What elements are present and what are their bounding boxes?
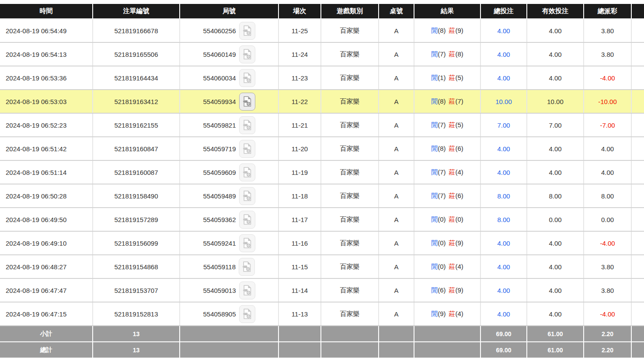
round-cell: 554059719 bbox=[180, 137, 278, 160]
subtotal-label: 小計 bbox=[0, 326, 93, 342]
payout-cell: -4.00 bbox=[584, 302, 631, 326]
video-replay-button[interactable] bbox=[239, 234, 255, 252]
total-bet-cell[interactable]: 4.00 bbox=[480, 302, 527, 326]
player-result: 閒 bbox=[431, 50, 438, 58]
bet-id-cell: 521819156099 bbox=[93, 231, 180, 255]
video-file-icon bbox=[242, 143, 252, 154]
banker-result: 莊 bbox=[449, 263, 456, 270]
session-cell: 11-24 bbox=[278, 42, 321, 66]
table-no-cell: A bbox=[379, 42, 414, 66]
table-row[interactable]: 2024-08-19 06:53:36 521819164434 5540600… bbox=[0, 66, 644, 90]
table-row[interactable]: 2024-08-19 06:53:03 521819163412 5540599… bbox=[0, 90, 644, 113]
total-bet-cell[interactable]: 10.00 bbox=[480, 90, 527, 113]
table-row[interactable]: 2024-08-19 06:48:27 521819154868 5540591… bbox=[0, 255, 644, 278]
valid-bet-cell: 7.00 bbox=[527, 113, 584, 137]
game-type-cell: 百家樂 bbox=[321, 66, 379, 90]
table-no-cell: A bbox=[379, 231, 414, 255]
total-bet-cell[interactable]: 4.00 bbox=[480, 66, 527, 90]
col-header-round-id: 局號 bbox=[180, 4, 278, 19]
video-replay-button[interactable] bbox=[239, 116, 255, 134]
col-header-time: 時間 bbox=[0, 4, 93, 19]
cutoff-cell bbox=[631, 113, 644, 137]
bet-id-cell: 521819162155 bbox=[93, 113, 180, 137]
video-replay-button[interactable] bbox=[239, 258, 255, 276]
video-replay-button[interactable] bbox=[239, 282, 255, 299]
video-replay-button[interactable] bbox=[239, 305, 255, 323]
valid-bet-cell: 4.00 bbox=[527, 42, 584, 66]
table-row[interactable]: 2024-08-19 06:54:13 521819165506 5540601… bbox=[0, 42, 644, 66]
game-type-cell: 百家樂 bbox=[321, 19, 379, 42]
payout-cell: -10.00 bbox=[584, 90, 631, 113]
valid-bet-cell: 0.00 bbox=[527, 208, 584, 231]
total-bet-cell[interactable]: 8.00 bbox=[480, 184, 527, 208]
game-type-cell: 百家樂 bbox=[321, 184, 379, 208]
video-replay-button[interactable] bbox=[239, 163, 255, 181]
video-replay-button[interactable] bbox=[239, 93, 255, 111]
bet-id-cell: 521819154868 bbox=[93, 255, 180, 278]
game-type-cell: 百家樂 bbox=[321, 160, 379, 184]
payout-cell: 3.80 bbox=[584, 278, 631, 302]
header-row: 時間 注單編號 局號 場次 遊戲類別 桌號 結果 總投注 有效投注 總派彩 bbox=[0, 4, 644, 19]
game-type-cell: 百家樂 bbox=[321, 255, 379, 278]
game-type-cell: 百家樂 bbox=[321, 208, 379, 231]
payout-cell: 3.80 bbox=[584, 255, 631, 278]
round-id: 554059013 bbox=[203, 287, 236, 294]
result-cell: 閒(7)莊(6) bbox=[414, 184, 480, 208]
total-bet-cell[interactable]: 4.00 bbox=[480, 278, 527, 302]
video-file-icon bbox=[242, 261, 251, 272]
video-replay-button[interactable] bbox=[239, 187, 255, 205]
video-replay-button[interactable] bbox=[239, 140, 255, 158]
total-bet-cell[interactable]: 4.00 bbox=[480, 255, 527, 278]
player-result: 閒 bbox=[431, 97, 438, 105]
total-bet-cell[interactable]: 4.00 bbox=[480, 19, 527, 42]
table-row[interactable]: 2024-08-19 06:52:23 521819162155 5540598… bbox=[0, 113, 644, 137]
result-cell: 閒(7)莊(8) bbox=[414, 42, 480, 66]
result-cell: 閒(0)莊(0) bbox=[414, 208, 480, 231]
payout-cell: 8.00 bbox=[584, 184, 631, 208]
video-file-icon bbox=[242, 214, 252, 225]
total-bet-cell[interactable]: 7.00 bbox=[480, 113, 527, 137]
table-row[interactable]: 2024-08-19 06:54:49 521819166678 5540602… bbox=[0, 19, 644, 42]
video-file-icon bbox=[242, 167, 252, 178]
time-cell: 2024-08-19 06:51:14 bbox=[0, 160, 93, 184]
bet-id-cell: 521819164434 bbox=[93, 66, 180, 90]
round-id: 554060149 bbox=[203, 51, 236, 58]
result-cell: 閒(8)莊(7) bbox=[414, 90, 480, 113]
video-replay-button[interactable] bbox=[239, 211, 255, 229]
video-file-icon bbox=[242, 96, 252, 107]
total-bet-cell[interactable]: 8.00 bbox=[480, 208, 527, 231]
time-cell: 2024-08-19 06:49:50 bbox=[0, 208, 93, 231]
table-row[interactable]: 2024-08-19 06:51:14 521819160087 5540596… bbox=[0, 160, 644, 184]
total-bet-cell[interactable]: 4.00 bbox=[480, 137, 527, 160]
table-row[interactable]: 2024-08-19 06:47:15 521819152813 5540589… bbox=[0, 302, 644, 326]
table-row[interactable]: 2024-08-19 06:51:42 521819160847 5540597… bbox=[0, 137, 644, 160]
valid-bet-cell: 4.00 bbox=[527, 302, 584, 326]
table-row[interactable]: 2024-08-19 06:50:28 521819158490 5540594… bbox=[0, 184, 644, 208]
video-replay-button[interactable] bbox=[239, 45, 255, 63]
bet-id-cell: 521819153707 bbox=[93, 278, 180, 302]
time-cell: 2024-08-19 06:50:28 bbox=[0, 184, 93, 208]
bet-history-table-container: 時間 注單編號 局號 場次 遊戲類別 桌號 結果 總投注 有效投注 總派彩 20… bbox=[0, 0, 644, 358]
table-row[interactable]: 2024-08-19 06:49:50 521819157289 5540593… bbox=[0, 208, 644, 231]
game-type-cell: 百家樂 bbox=[321, 42, 379, 66]
video-replay-button[interactable] bbox=[239, 22, 255, 40]
round-cell: 554059013 bbox=[180, 278, 278, 302]
result-cell: 閒(8)莊(6) bbox=[414, 137, 480, 160]
table-row[interactable]: 2024-08-19 06:49:10 521819156099 5540592… bbox=[0, 231, 644, 255]
total-bet-cell[interactable]: 4.00 bbox=[480, 42, 527, 66]
time-cell: 2024-08-19 06:54:49 bbox=[0, 19, 93, 42]
total-bet-cell[interactable]: 4.00 bbox=[480, 231, 527, 255]
table-row[interactable]: 2024-08-19 06:47:47 521819153707 5540590… bbox=[0, 278, 644, 302]
payout-cell: 0.00 bbox=[584, 208, 631, 231]
round-cell: 554060034 bbox=[180, 66, 278, 90]
session-cell: 11-14 bbox=[278, 278, 321, 302]
total-bet-cell[interactable]: 4.00 bbox=[480, 160, 527, 184]
banker-result: 莊 bbox=[449, 239, 456, 247]
round-id: 554060034 bbox=[203, 74, 236, 82]
result-cell: 閒(1)莊(5) bbox=[414, 66, 480, 90]
bet-id-cell: 521819163412 bbox=[93, 90, 180, 113]
video-replay-button[interactable] bbox=[239, 69, 255, 87]
table-no-cell: A bbox=[379, 160, 414, 184]
time-cell: 2024-08-19 06:54:13 bbox=[0, 42, 93, 66]
banker-result: 莊 bbox=[449, 310, 456, 317]
